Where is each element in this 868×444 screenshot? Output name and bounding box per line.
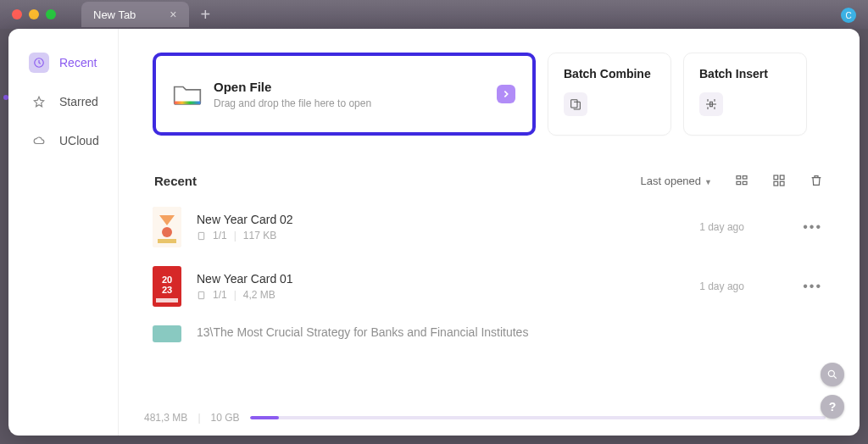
svg-rect-2 <box>571 100 577 108</box>
batch-insert-title: Batch Insert <box>699 67 791 80</box>
file-more-button[interactable]: ••• <box>799 219 826 235</box>
storage-total: 10 GB <box>211 412 240 424</box>
file-name: 13\The Most Crucial Strategy for Banks a… <box>197 325 826 339</box>
chevron-down-icon: ▼ <box>704 178 712 186</box>
sort-dropdown[interactable]: Last opened▼ <box>641 175 713 187</box>
batch-combine-title: Batch Combine <box>564 67 655 80</box>
batch-combine-card[interactable]: Batch Combine <box>548 53 671 136</box>
svg-rect-3 <box>737 176 741 179</box>
svg-rect-18 <box>156 298 178 302</box>
svg-rect-5 <box>743 176 747 179</box>
svg-text:20: 20 <box>162 275 172 285</box>
file-pages: 1/1 <box>213 289 227 301</box>
clock-icon <box>29 53 49 73</box>
folder-icon <box>173 82 202 106</box>
sidebar-item-label: UCloud <box>59 134 99 147</box>
file-name: New Year Card 01 <box>197 272 684 286</box>
file-thumbnail: 2023 <box>153 266 181 307</box>
close-tab-icon[interactable]: × <box>170 8 176 21</box>
search-fab[interactable] <box>821 363 844 386</box>
file-row[interactable]: 2023 New Year Card 01 1/1 | 4,2 MB 1 day… <box>153 266 826 307</box>
maximize-window-button[interactable] <box>46 9 56 19</box>
recent-section-title: Recent <box>154 174 197 188</box>
svg-rect-7 <box>774 175 778 180</box>
close-window-button[interactable] <box>12 9 22 19</box>
svg-rect-4 <box>737 181 741 184</box>
combine-icon <box>564 92 587 116</box>
svg-rect-1 <box>175 102 201 104</box>
window-controls[interactable] <box>12 9 56 19</box>
svg-rect-14 <box>198 232 203 239</box>
svg-point-21 <box>828 370 834 376</box>
open-file-subtitle: Drag and drop the file here to open <box>214 97 485 109</box>
insert-icon <box>699 92 723 116</box>
delete-button[interactable] <box>809 173 824 188</box>
cloud-icon <box>29 130 49 151</box>
svg-rect-19 <box>198 291 203 298</box>
svg-point-12 <box>162 227 172 237</box>
batch-insert-card[interactable]: Batch Insert <box>683 53 807 136</box>
star-icon <box>29 92 49 112</box>
storage-used: 481,3 MB <box>144 412 187 424</box>
storage-bar: 481,3 MB | 10 GB <box>144 412 826 424</box>
file-row[interactable]: New Year Card 02 1/1 | 117 KB 1 day ago … <box>153 207 826 247</box>
sidebar: Recent Starred UCloud <box>8 29 119 436</box>
sidebar-item-recent[interactable]: Recent <box>8 46 118 80</box>
pages-icon <box>197 291 206 300</box>
sidebar-item-label: Recent <box>59 56 97 69</box>
sort-label: Last opened <box>641 175 702 187</box>
browser-tab[interactable]: New Tab × <box>81 2 189 27</box>
grid-view-button[interactable] <box>771 173 787 188</box>
svg-rect-6 <box>743 181 747 184</box>
svg-rect-8 <box>780 175 784 180</box>
svg-text:23: 23 <box>162 285 172 295</box>
sidebar-item-ucloud[interactable]: UCloud <box>8 124 118 158</box>
user-avatar[interactable]: C <box>841 8 856 23</box>
open-file-title: Open File <box>214 80 485 94</box>
svg-rect-9 <box>774 181 778 186</box>
file-thumbnail <box>153 325 181 342</box>
file-row[interactable]: 13\The Most Crucial Strategy for Banks a… <box>153 325 826 342</box>
file-name: New Year Card 02 <box>197 213 684 226</box>
add-tab-button[interactable]: + <box>201 5 211 25</box>
svg-rect-10 <box>780 181 784 186</box>
list-view-button[interactable] <box>734 173 749 188</box>
help-fab[interactable]: ? <box>821 395 844 419</box>
sidebar-item-starred[interactable]: Starred <box>8 85 118 119</box>
svg-rect-13 <box>158 239 176 243</box>
storage-progress <box>250 416 826 419</box>
minimize-window-button[interactable] <box>29 9 39 19</box>
svg-rect-20 <box>153 325 181 342</box>
tab-title: New Tab <box>93 8 136 21</box>
file-pages: 1/1 <box>213 230 227 241</box>
file-time: 1 day ago <box>699 221 784 233</box>
open-file-go-button[interactable] <box>497 85 515 103</box>
open-file-card[interactable]: Open File Drag and drop the file here to… <box>153 53 536 136</box>
file-thumbnail <box>153 207 181 247</box>
file-size: 117 KB <box>243 230 276 241</box>
file-size: 4,2 MB <box>243 289 275 301</box>
file-time: 1 day ago <box>699 280 784 292</box>
file-more-button[interactable]: ••• <box>799 279 826 294</box>
pages-icon <box>197 231 206 241</box>
sidebar-item-label: Starred <box>59 95 98 108</box>
